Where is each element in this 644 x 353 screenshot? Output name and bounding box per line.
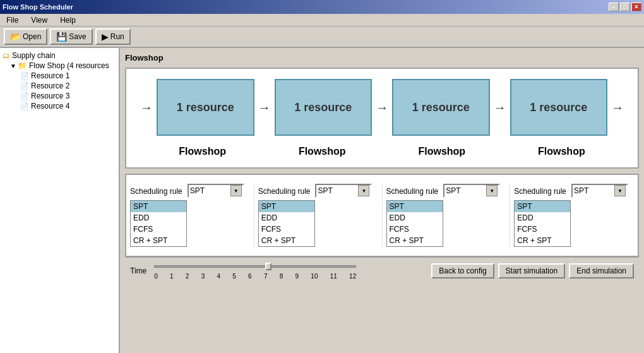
flow-box-2: 1 resource (275, 79, 373, 136)
sched-col-3: Scheduling rule SPT ▼ SPT EDD FCFS CR + … (383, 184, 511, 247)
tick-7: 7 (264, 273, 268, 280)
sidebar-item-resource2[interactable]: 📄 Resource 2 (0, 81, 119, 91)
dropdown-item-crspt-3[interactable]: CR + SPT (387, 235, 443, 246)
sched-dropdown-2[interactable]: SPT ▼ (315, 184, 372, 198)
dropdown-list-3: SPT EDD FCFS CR + SPT (386, 200, 443, 247)
open-button[interactable]: 📂 Open (4, 28, 47, 45)
arrow-1: → (254, 100, 275, 115)
sched-dropdown-3[interactable]: SPT ▼ (443, 184, 500, 198)
dropdown-item-crspt-4[interactable]: CR + SPT (515, 235, 570, 246)
sched-arrow-4[interactable]: ▼ (614, 185, 626, 196)
back-to-config-button[interactable]: Back to config (431, 263, 494, 278)
flow-label-3: Flowshop (392, 146, 492, 157)
save-icon: 💾 (56, 32, 67, 42)
sched-col-1: Scheduling rule SPT ▼ SPT EDD FCFS CR + … (126, 184, 254, 247)
expand-icon: ▼ (10, 63, 16, 69)
sched-arrow-1[interactable]: ▼ (230, 185, 242, 196)
file-icon-2: 📄 (20, 82, 29, 90)
tick-0: 0 (154, 273, 158, 280)
dropdown-item-spt-4[interactable]: SPT (515, 201, 570, 212)
dropdown-item-edd-4[interactable]: EDD (515, 212, 570, 224)
flow-diagram-panel: → 1 resource → 1 resource → 1 resource →… (125, 68, 639, 169)
scheduling-area: Scheduling rule SPT ▼ SPT EDD FCFS CR + … (126, 180, 638, 251)
window-controls: – □ ✕ (609, 3, 641, 11)
arrow-end: → (607, 100, 628, 115)
flow-box-4: 1 resource (510, 79, 608, 136)
time-label: Time (130, 266, 146, 275)
dropdown-item-spt-3[interactable]: SPT (387, 201, 443, 212)
dropdown-item-fcfs-3[interactable]: FCFS (387, 224, 443, 235)
menu-help[interactable]: Help (56, 15, 80, 25)
run-button[interactable]: ▶ Run (95, 28, 131, 45)
sidebar-item-flow-shop[interactable]: ▼ 📁 Flow Shop (4 resources (0, 61, 119, 71)
toolbar: 📂 Open 💾 Save ▶ Run (0, 27, 644, 48)
sched-arrow-3[interactable]: ▼ (486, 185, 498, 196)
dropdown-item-fcfs-4[interactable]: FCFS (515, 224, 570, 235)
file-icon-3: 📄 (20, 92, 29, 100)
dropdown-item-edd-3[interactable]: EDD (387, 212, 443, 224)
sched-value-3: SPT (446, 186, 486, 195)
flow-label-1: Flowshop (153, 146, 253, 157)
slider-background (154, 265, 356, 268)
tick-9: 9 (295, 273, 299, 280)
sched-dropdown-1[interactable]: SPT ▼ (188, 184, 244, 198)
dropdown-item-edd-1[interactable]: EDD (131, 212, 186, 224)
flow-label-4: Flowshop (511, 146, 611, 157)
tick-11: 11 (330, 273, 337, 280)
slider-track[interactable] (154, 261, 356, 272)
tick-12: 12 (349, 273, 356, 280)
dropdown-item-fcfs-1[interactable]: FCFS (131, 224, 186, 235)
bottom-buttons: Back to config Start simulation End simu… (431, 263, 634, 278)
dropdown-item-edd-2[interactable]: EDD (259, 212, 314, 224)
save-button[interactable]: 💾 Save (50, 28, 92, 45)
end-simulation-button[interactable]: End simulation (569, 263, 634, 278)
sched-value-4: SPT (574, 186, 614, 195)
time-slider-container: 0 1 2 3 4 5 6 7 8 9 10 11 12 (154, 261, 356, 280)
close-button[interactable]: ✕ (631, 3, 641, 11)
arrow-3: → (490, 100, 510, 115)
arrow-start: → (136, 100, 157, 115)
flow-box-1: 1 resource (157, 79, 254, 136)
dropdown-item-fcfs-2[interactable]: FCFS (259, 224, 314, 235)
sched-header-1: Scheduling rule SPT ▼ (130, 184, 244, 198)
sched-label-4: Scheduling rule (514, 187, 566, 196)
dropdown-item-spt-2[interactable]: SPT (259, 201, 314, 212)
sched-label-1: Scheduling rule (130, 187, 182, 196)
maximize-button[interactable]: □ (620, 3, 630, 11)
minimize-button[interactable]: – (609, 3, 619, 11)
tick-2: 2 (186, 273, 189, 280)
sidebar-item-resource3[interactable]: 📄 Resource 3 (0, 91, 119, 101)
run-icon: ▶ (102, 32, 109, 42)
sidebar: 🗂 Supply chain ▼ 📁 Flow Shop (4 resource… (0, 48, 120, 353)
dropdown-list-4: SPT EDD FCFS CR + SPT (514, 200, 571, 247)
tick-1: 1 (170, 273, 174, 280)
sched-header-4: Scheduling rule SPT ▼ (514, 184, 628, 198)
sidebar-item-resource4[interactable]: 📄 Resource 4 (0, 101, 119, 111)
main-layout: 🗂 Supply chain ▼ 📁 Flow Shop (4 resource… (0, 48, 644, 353)
sched-dropdown-4[interactable]: SPT ▼ (571, 184, 628, 198)
slider-thumb[interactable] (265, 263, 271, 270)
panel-title: Flowshop (125, 53, 639, 63)
menu-view[interactable]: View (27, 15, 51, 25)
sidebar-item-resource1[interactable]: 📄 Resource 1 (0, 71, 119, 81)
dropdown-item-crspt-2[interactable]: CR + SPT (259, 235, 314, 246)
tick-10: 10 (311, 273, 318, 280)
sched-arrow-2[interactable]: ▼ (358, 185, 369, 196)
flow-boxes-row: → 1 resource → 1 resource → 1 resource →… (136, 79, 628, 136)
start-simulation-button[interactable]: Start simulation (498, 263, 566, 278)
content-area: Flowshop → 1 resource → 1 resource → 1 r… (120, 48, 644, 353)
flow-labels-row: Flowshop Flowshop Flowshop Flowshop (136, 146, 628, 157)
file-icon-4: 📄 (20, 102, 29, 111)
tick-labels: 0 1 2 3 4 5 6 7 8 9 10 11 12 (154, 273, 356, 280)
sched-label-3: Scheduling rule (386, 187, 439, 196)
scheduling-panel: Scheduling rule SPT ▼ SPT EDD FCFS CR + … (125, 174, 639, 257)
sidebar-item-supply-chain[interactable]: 🗂 Supply chain (0, 51, 119, 61)
folder-icon: 🗂 (3, 51, 10, 60)
menu-file[interactable]: File (3, 15, 22, 25)
dropdown-item-crspt-1[interactable]: CR + SPT (131, 235, 186, 246)
dropdown-item-spt-1[interactable]: SPT (131, 201, 186, 212)
arrow-2: → (372, 100, 392, 115)
bottom-bar: Time 0 1 2 3 4 5 6 7 8 9 10 (125, 257, 639, 284)
file-icon-1: 📄 (20, 72, 29, 80)
sched-header-2: Scheduling rule SPT ▼ (258, 184, 373, 198)
